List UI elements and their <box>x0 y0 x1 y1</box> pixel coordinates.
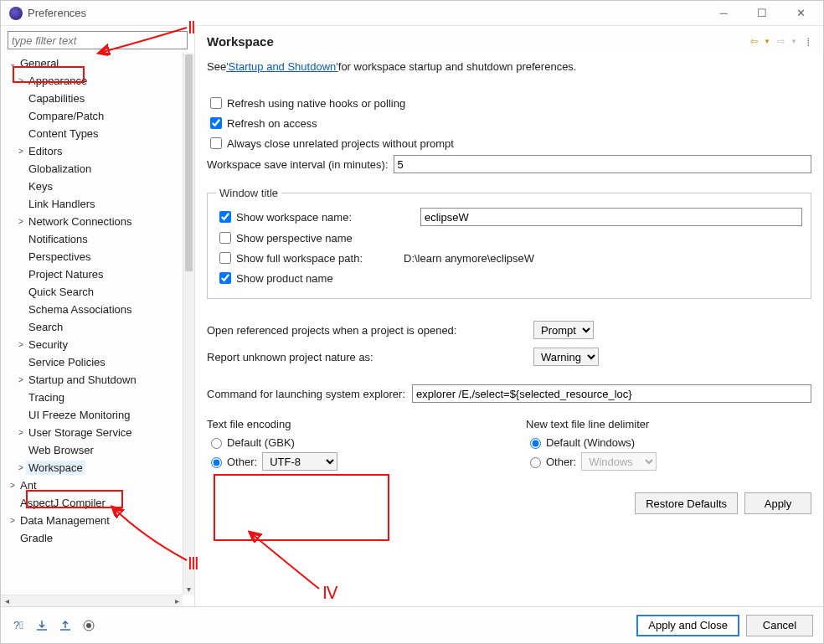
preferences-tree-panel: ⌄General>AppearanceCapabilitiesCompare/P… <box>1 26 195 606</box>
tree-item-label: Appearance <box>26 74 90 88</box>
workspace-name-input[interactable] <box>420 208 802 226</box>
tree-item-label: Capabilities <box>26 91 87 106</box>
show-product-checkbox[interactable] <box>219 272 231 284</box>
open-referenced-select[interactable]: Prompt <box>533 321 594 339</box>
startup-shutdown-link[interactable]: 'Startup and Shutdown' <box>226 60 338 73</box>
tree-item[interactable]: Project Natures <box>4 265 183 283</box>
close-unrelated-checkbox[interactable] <box>210 137 222 149</box>
chevron-down-icon[interactable]: ⌄ <box>8 59 18 68</box>
tree-item[interactable]: Capabilities <box>4 90 183 107</box>
tree-item[interactable]: >Security <box>4 336 183 353</box>
encoding-other-select[interactable]: UTF-8 <box>262 452 337 471</box>
import-icon[interactable] <box>34 618 49 633</box>
show-workspace-name-label: Show workspace name: <box>236 211 420 224</box>
tree-item[interactable]: Compare/Patch <box>4 107 183 125</box>
tree-item[interactable]: Service Policies <box>4 353 183 371</box>
tree-item[interactable]: >Startup and Shutdown <box>4 371 183 389</box>
delimiter-other-select: Windows <box>581 452 657 471</box>
scroll-left-icon[interactable]: ◂ <box>1 595 13 606</box>
chevron-right-icon[interactable]: > <box>16 217 26 226</box>
tree-item[interactable]: UI Freeze Monitoring <box>4 406 183 424</box>
tree-item[interactable]: AspectJ Compiler <box>4 494 183 512</box>
filter-input[interactable] <box>8 31 188 49</box>
tree-item-label: Web Browser <box>26 443 96 457</box>
page-menu-icon[interactable]: ⁞ <box>806 35 811 49</box>
refresh-access-checkbox[interactable] <box>210 117 222 129</box>
tree-item-label: Project Natures <box>26 267 106 281</box>
maximize-button[interactable]: ☐ <box>743 1 781 26</box>
tree-item[interactable]: Keys <box>4 178 183 195</box>
tree-item-label: Tracing <box>26 390 67 404</box>
nav-back-menu-icon[interactable]: ▼ <box>761 36 773 48</box>
window-title: Preferences <box>28 7 86 19</box>
minimize-button[interactable]: ─ <box>704 1 743 26</box>
text-encoding-legend: Text file encoding <box>207 418 492 430</box>
tree-item-label: UI Freeze Monitoring <box>26 408 132 422</box>
tree-item[interactable]: Tracing <box>4 389 183 406</box>
tree-item[interactable]: Schema Associations <box>4 301 183 318</box>
encoding-default-radio[interactable] <box>211 438 222 449</box>
tree-item[interactable]: Search <box>4 318 183 336</box>
tree-item[interactable]: Perspectives <box>4 248 183 265</box>
tree-vertical-scrollbar[interactable]: ▴ ▾ <box>183 53 194 595</box>
apply-button[interactable]: Apply <box>744 492 811 514</box>
export-icon[interactable] <box>58 618 73 633</box>
refresh-native-checkbox[interactable] <box>210 97 222 109</box>
chevron-right-icon[interactable]: > <box>16 147 26 156</box>
cancel-button[interactable]: Cancel <box>746 615 813 636</box>
scroll-right-icon[interactable]: ▸ <box>171 595 183 606</box>
tree-item[interactable]: >Network Connections <box>4 213 183 230</box>
tree-item-label: Data Management <box>18 513 112 528</box>
delimiter-other-radio[interactable] <box>530 457 541 468</box>
tree-item[interactable]: >Editors <box>4 142 183 160</box>
show-perspective-checkbox[interactable] <box>219 232 231 244</box>
apply-and-close-button[interactable]: Apply and Close <box>636 615 739 636</box>
record-icon[interactable] <box>81 618 96 633</box>
delimiter-default-radio[interactable] <box>530 438 541 449</box>
tree-item[interactable]: >Data Management <box>4 512 183 529</box>
tree-item[interactable]: Notifications <box>4 230 183 248</box>
tree-item[interactable]: >Ant <box>4 477 183 494</box>
show-workspace-name-checkbox[interactable] <box>219 211 231 223</box>
tree-item-label: Workspace <box>26 461 85 475</box>
tree-item[interactable]: >User Storage Service <box>4 424 183 441</box>
system-explorer-cmd-label: Command for launching system explorer: <box>207 388 405 400</box>
show-full-path-checkbox[interactable] <box>219 252 231 264</box>
tree-item[interactable]: Globalization <box>4 160 183 178</box>
tree-item[interactable]: Link Handlers <box>4 195 183 213</box>
preferences-tree[interactable]: ⌄General>AppearanceCapabilitiesCompare/P… <box>1 53 183 595</box>
tree-item[interactable]: Content Types <box>4 125 183 142</box>
save-interval-input[interactable] <box>394 155 811 173</box>
chevron-right-icon[interactable]: > <box>16 375 26 384</box>
tree-item[interactable]: >Appearance <box>4 72 183 90</box>
chevron-right-icon[interactable]: > <box>16 340 26 349</box>
tree-item[interactable]: Gradle <box>4 529 183 547</box>
help-icon[interactable]: ?⃝ <box>11 618 26 633</box>
tree-item-label: Editors <box>26 144 64 158</box>
chevron-right-icon[interactable]: > <box>16 463 26 472</box>
encoding-other-radio[interactable] <box>211 457 222 468</box>
tree-item[interactable]: >Workspace <box>4 459 183 477</box>
tree-item-label: Notifications <box>26 232 90 246</box>
scroll-down-icon[interactable]: ▾ <box>183 583 194 595</box>
report-nature-select[interactable]: Warning <box>533 348 599 366</box>
tree-item[interactable]: Quick Search <box>4 283 183 301</box>
scroll-thumb[interactable] <box>185 54 193 271</box>
nav-back-icon[interactable]: ⇦ <box>748 36 760 48</box>
tree-item-label: Content Types <box>26 126 101 141</box>
chevron-right-icon[interactable]: > <box>16 76 26 85</box>
close-button[interactable]: ✕ <box>781 1 820 26</box>
tree-item-label: Keys <box>26 179 55 193</box>
system-explorer-cmd-input[interactable] <box>412 384 811 403</box>
chevron-right-icon[interactable]: > <box>16 428 26 437</box>
window-title-legend: Window title <box>216 187 281 199</box>
tree-item[interactable]: Web Browser <box>4 441 183 459</box>
text-encoding-group: Text file encoding Default (GBK) Other: … <box>207 418 492 474</box>
restore-defaults-button[interactable]: Restore Defaults <box>635 492 738 514</box>
tree-item[interactable]: ⌄General <box>4 54 183 72</box>
chevron-right-icon[interactable]: > <box>8 481 18 490</box>
tree-horizontal-scrollbar[interactable]: ◂ ▸ <box>1 595 183 606</box>
see-also-text: See 'Startup and Shutdown' for workspace… <box>207 60 811 73</box>
refresh-native-label: Refresh using native hooks or polling <box>227 97 405 110</box>
chevron-right-icon[interactable]: > <box>8 516 18 525</box>
